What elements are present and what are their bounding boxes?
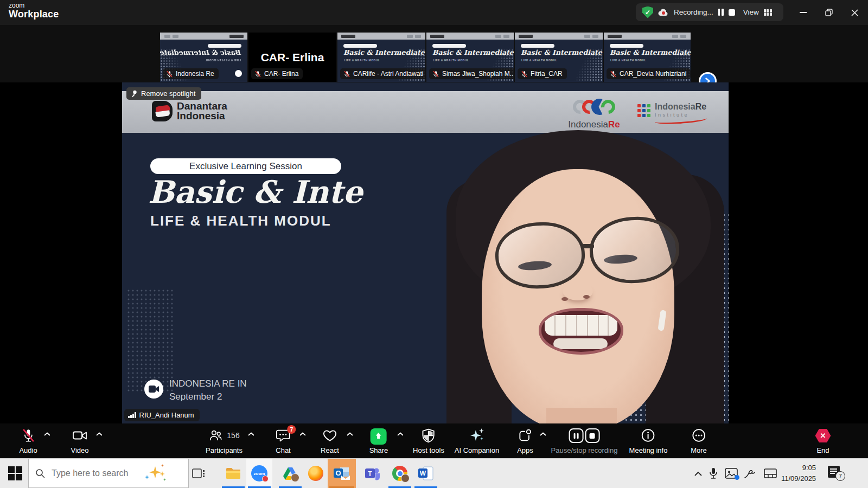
- start-button[interactable]: [8, 466, 22, 480]
- more-button[interactable]: More: [691, 423, 707, 458]
- end-hexagon-icon: ✕: [815, 428, 831, 443]
- muted-mic-icon: [521, 70, 528, 78]
- search-highlights-sparkle-icon: [145, 464, 167, 483]
- share-screen-icon: [371, 428, 387, 445]
- glasses-bridge: [582, 244, 594, 248]
- tray-photos-icon[interactable]: [725, 459, 738, 488]
- task-view-button[interactable]: [186, 459, 212, 488]
- host-tools-button[interactable]: Host tools: [413, 423, 444, 458]
- taskbar-search-box[interactable]: [28, 459, 189, 488]
- chrome-taskbar-icon[interactable]: [387, 459, 413, 488]
- chat-unread-badge: 7: [288, 425, 296, 434]
- taskbar-clock[interactable]: 9:05 11/09/2025: [781, 463, 816, 484]
- apps-button[interactable]: Apps: [517, 423, 533, 458]
- react-options-chevron[interactable]: [347, 432, 353, 436]
- firefox-taskbar-icon[interactable]: [303, 459, 329, 488]
- file-explorer-taskbar-icon[interactable]: [220, 459, 246, 488]
- word-taskbar-icon[interactable]: W: [413, 459, 439, 488]
- svg-text:T: T: [368, 470, 372, 478]
- clock-date: 11/09/2025: [781, 473, 816, 484]
- participant-name-tag: CARlife - Astri Andiawati: [340, 68, 425, 79]
- tray-expand-chevron[interactable]: [694, 459, 702, 488]
- connection-signal-icon: [128, 412, 136, 418]
- security-shield-icon: ✓: [642, 7, 653, 18]
- google-drive-taskbar-icon[interactable]: [277, 459, 303, 488]
- chat-button[interactable]: 7 Chat: [276, 423, 290, 458]
- muted-mic-icon: [432, 70, 439, 78]
- participants-count: 156: [227, 431, 239, 440]
- participant-name-tag: Indonesia Re: [163, 68, 219, 79]
- search-icon: [35, 468, 45, 478]
- stop-recording-icon[interactable]: [729, 9, 735, 16]
- tray-microphone-icon[interactable]: [710, 459, 718, 488]
- teams-taskbar-icon[interactable]: T: [360, 459, 386, 488]
- clock-time: 9:05: [781, 463, 816, 473]
- cloud-recording-icon: [658, 9, 669, 16]
- restore-button[interactable]: [816, 0, 841, 25]
- presenter-webcam-person: [122, 82, 729, 423]
- share-options-chevron[interactable]: [398, 432, 404, 436]
- remove-spotlight-button[interactable]: Remove spotlight: [126, 87, 201, 100]
- audio-button[interactable]: Audio: [19, 423, 37, 458]
- meeting-toolbar: Audio Video 156 Participants 7 Chat Reac…: [0, 423, 868, 458]
- more-ellipsis-icon: [692, 428, 706, 442]
- end-meeting-button[interactable]: ✕ End: [815, 423, 831, 458]
- close-button[interactable]: [842, 0, 867, 25]
- view-layout-icon[interactable]: [764, 9, 772, 16]
- outlook-taskbar-icon[interactable]: O: [328, 459, 356, 488]
- chat-options-chevron[interactable]: [300, 432, 306, 436]
- participants-button[interactable]: 156 Participants: [206, 423, 242, 458]
- recording-label: Recording...: [674, 8, 713, 16]
- tray-pen-icon[interactable]: [744, 459, 756, 488]
- react-button[interactable]: React: [321, 423, 339, 458]
- tray-touch-keyboard-icon[interactable]: [764, 459, 777, 488]
- muted-mic-icon: [343, 70, 350, 78]
- zoom-app-taskbar-icon[interactable]: zoom: [246, 459, 272, 488]
- video-thumbnail-carlife-astri[interactable]: Basic & Intermediate LIFE & HEALTH MODUL…: [337, 33, 425, 82]
- pause-recording-icon[interactable]: [718, 9, 724, 16]
- notification-center-button[interactable]: 7: [828, 466, 842, 479]
- video-camera-icon: [72, 428, 87, 443]
- recording-indicator: ✓ Recording... View: [636, 3, 783, 21]
- apps-options-chevron[interactable]: [540, 432, 546, 436]
- muted-mic-icon: [610, 70, 617, 78]
- windows-taskbar: zoom O T W: [0, 458, 868, 488]
- participant-name-tag: Simas Jiwa_Shopiah M...: [429, 68, 514, 79]
- muted-mic-icon: [21, 428, 35, 443]
- participant-name-tag: CAR- Erlina: [251, 68, 303, 79]
- zoom-workplace-logo: zoom Workplace: [9, 2, 59, 19]
- gallery-filmstrip: Basic & Intermediate LIFE & HEALTH MODUL…: [0, 25, 868, 82]
- pause-recording-tile-icon[interactable]: [569, 428, 583, 443]
- svg-text:W: W: [420, 470, 426, 477]
- ai-companion-button[interactable]: AI Companion: [455, 423, 499, 458]
- zoom-titlebar: zoom Workplace ✓ Recording... View: [0, 0, 868, 25]
- participant-name-tag: CAR_Devia Nurhizriani: [607, 68, 691, 79]
- svg-text:O: O: [335, 469, 341, 477]
- notification-count-badge: 7: [835, 471, 845, 481]
- participants-options-chevron[interactable]: [248, 432, 254, 436]
- share-button[interactable]: Share: [369, 423, 388, 458]
- video-thumbnail-car-erlina[interactable]: CAR- Erlina CAR- Erlina: [248, 33, 336, 82]
- participant-name-tag: Fitria_CAR: [518, 68, 567, 79]
- spotlight-video[interactable]: Danantara Indonesia IndonesiaRe Indonesi…: [122, 82, 729, 423]
- video-thumbnail-indonesia-re[interactable]: Basic & Intermediate LIFE & HEALTH MODUL…: [160, 33, 247, 82]
- minimize-button[interactable]: [790, 0, 815, 25]
- host-tools-shield-icon: [422, 428, 436, 443]
- video-thumbnail-simas-jiwa[interactable]: Basic & Intermediate LIFE & HEALTH MODUL…: [426, 33, 514, 82]
- video-thumbnail-car-devia[interactable]: Basic & Intermediate LIFE & HEALTH MODUL…: [604, 33, 691, 82]
- video-thumbnail-fitria-car[interactable]: Basic & Intermediate LIFE & HEALTH MODUL…: [515, 33, 603, 82]
- search-input[interactable]: [50, 468, 139, 479]
- smile: [539, 308, 623, 355]
- video-options-chevron[interactable]: [97, 432, 103, 436]
- brand-zoom: zoom: [9, 2, 59, 9]
- spotlight-name-tag: RIU_Andi Hanum: [124, 409, 200, 421]
- pause-stop-recording-button[interactable]: Pause/stop recording: [551, 423, 618, 458]
- meeting-info-button[interactable]: Meeting info: [629, 423, 668, 458]
- audio-options-chevron[interactable]: [44, 432, 50, 436]
- video-button[interactable]: Video: [71, 423, 88, 458]
- apps-icon: [518, 428, 532, 442]
- stop-recording-tile-icon[interactable]: [585, 428, 599, 443]
- muted-mic-icon: [166, 70, 173, 78]
- view-button[interactable]: View: [743, 8, 759, 16]
- ai-sparkle-icon: [469, 428, 484, 443]
